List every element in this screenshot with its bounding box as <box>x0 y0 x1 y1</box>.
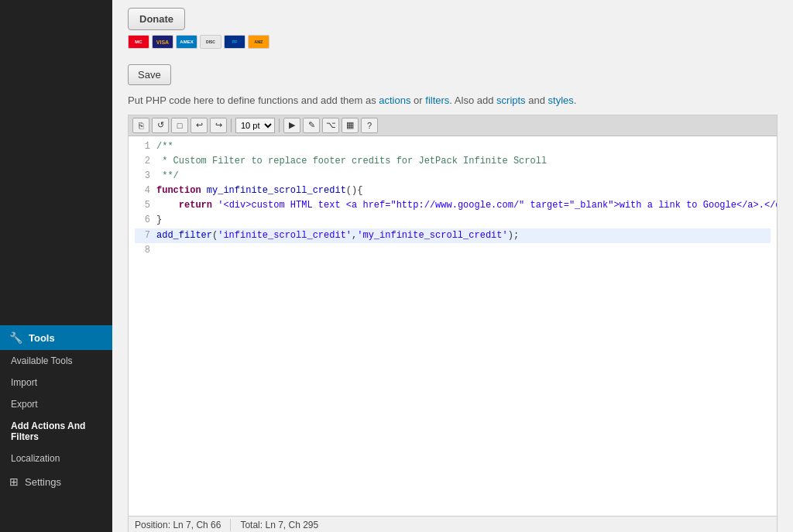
code-line-1: 1 /** <box>135 139 771 154</box>
toolbar-arrow-btn[interactable]: ▶ <box>283 118 300 133</box>
toolbar-undo-btn[interactable]: ↩ <box>191 118 208 133</box>
code-line-4: 4 function my_infinite_scroll_credit(){ <box>135 184 771 198</box>
sidebar-item-available-tools[interactable]: Available Tools <box>0 350 112 372</box>
grid-icon: ⊞ <box>9 475 19 488</box>
amazon-icon: AMZ <box>248 35 269 49</box>
toolbar-edit1-btn[interactable]: ✎ <box>303 118 320 133</box>
wrench-icon: 🔧 <box>9 331 22 344</box>
position-label: Position: Ln 7, Ch 66 <box>135 519 231 531</box>
payment-icons: MC VISA AMEX DISC PP AMZ <box>128 35 269 49</box>
styles-link[interactable]: styles <box>548 94 574 106</box>
toolbar-edit2-btn[interactable]: ⌥ <box>322 118 339 133</box>
sidebar-item-import[interactable]: Import <box>0 372 112 393</box>
discover-icon: DISC <box>200 35 221 49</box>
sidebar-item-localization[interactable]: Localization <box>0 448 112 469</box>
toolbar-copy-btn[interactable]: ⎘ <box>132 118 149 133</box>
save-button[interactable]: Save <box>128 64 171 85</box>
sidebar-item-add-actions-filters[interactable]: Add Actions And Filters <box>0 415 112 448</box>
sidebar-item-export[interactable]: Export <box>0 393 112 415</box>
toolbar-redo-btn[interactable]: ↪ <box>210 118 227 133</box>
sidebar-settings-label: Settings <box>25 476 61 488</box>
toolbar-view-btn[interactable]: ▦ <box>342 118 359 133</box>
amex-icon: AMEX <box>176 35 197 49</box>
code-line-7: 7 add_filter('infinite_scroll_credit','m… <box>135 228 771 243</box>
donate-button[interactable]: Donate <box>128 8 185 30</box>
sidebar-tools-header[interactable]: 🔧 Tools ◀ <box>0 325 112 350</box>
editor-scroll[interactable]: 1 /** 2 * Custom Filter to replace foote… <box>129 136 777 516</box>
toolbar-help-btn[interactable]: ? <box>361 118 378 133</box>
code-line-8: 8 <box>135 243 771 258</box>
toolbar-refresh-btn[interactable]: ↺ <box>152 118 169 133</box>
toolbar-square-btn[interactable]: □ <box>171 118 188 133</box>
editor-content[interactable]: 1 /** 2 * Custom Filter to replace foote… <box>129 136 777 516</box>
total-label: Total: Ln 7, Ch 295 <box>240 519 328 531</box>
code-line-2: 2 * Custom Filter to replace footer cred… <box>135 154 771 169</box>
sidebar: 🔧 Tools ◀ Available Tools Import Export … <box>0 0 112 532</box>
actions-link[interactable]: actions <box>379 94 410 106</box>
paypal-icon: PP <box>224 35 245 49</box>
description-text: Put PHP code here to define functions an… <box>128 93 778 108</box>
mastercard-icon: MC <box>128 35 149 49</box>
code-line-3: 3 **/ <box>135 169 771 184</box>
visa-icon: VISA <box>152 35 173 49</box>
scripts-link[interactable]: scripts <box>496 94 526 106</box>
sidebar-tools-arrow: ◀ <box>97 334 103 342</box>
code-line-6: 6 } <box>135 213 771 228</box>
filters-link[interactable]: filters <box>425 94 449 106</box>
sidebar-settings-header[interactable]: ⊞ Settings <box>0 469 112 494</box>
main-content: Donate MC VISA AMEX DISC PP AMZ Save Put… <box>112 0 793 532</box>
editor-toolbar: ⎘ ↺ □ ↩ ↪ 8 pt 9 pt 10 pt 11 pt 12 pt 14… <box>129 115 777 136</box>
code-editor-wrapper: ⎘ ↺ □ ↩ ↪ 8 pt 9 pt 10 pt 11 pt 12 pt 14… <box>128 115 778 533</box>
code-line-5: 5 return '<div>custom HTML text <a href=… <box>135 198 771 213</box>
toolbar-separator-1 <box>231 118 232 132</box>
toolbar-separator-2 <box>279 118 280 132</box>
font-size-select[interactable]: 8 pt 9 pt 10 pt 11 pt 12 pt 14 pt 16 pt <box>235 118 275 133</box>
status-bar: Position: Ln 7, Ch 66 Total: Ln 7, Ch 29… <box>129 516 777 533</box>
donate-area: Donate MC VISA AMEX DISC PP AMZ <box>128 8 778 57</box>
sidebar-tools-label: Tools <box>29 332 55 344</box>
